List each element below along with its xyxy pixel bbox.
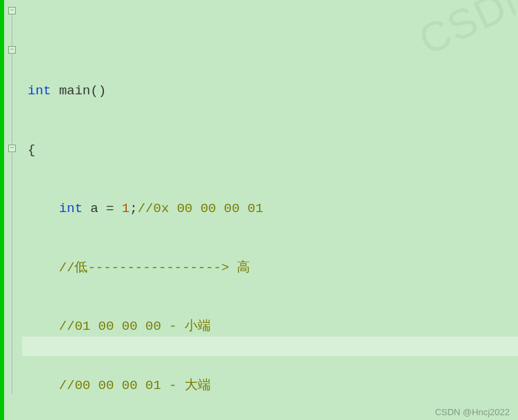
fold-guide bbox=[12, 153, 12, 394]
code-editor: − − − int main() { int a = 1;//0x 00 00 … bbox=[0, 0, 518, 420]
code-line: { bbox=[28, 140, 518, 160]
keyword-int: int bbox=[59, 201, 83, 216]
fold-toggle-main[interactable]: − bbox=[8, 7, 16, 14]
comment: //低-----------------> 高 bbox=[59, 260, 250, 275]
fold-gutter: − − − bbox=[4, 0, 22, 420]
comment: //0x 00 00 00 01 bbox=[138, 201, 263, 216]
fold-guide bbox=[12, 15, 12, 50]
semicolon: ; bbox=[130, 201, 137, 216]
comment: //01 00 00 00 - 小端 bbox=[59, 319, 211, 334]
indent bbox=[28, 378, 59, 393]
code-line: //00 00 00 01 - 大端 bbox=[28, 376, 518, 396]
parens: () bbox=[90, 83, 106, 98]
keyword-int: int bbox=[28, 83, 51, 98]
code-line: int main() bbox=[28, 81, 518, 101]
number-literal: 1 bbox=[122, 201, 130, 216]
code-line: //01 00 00 00 - 小端 bbox=[28, 317, 518, 337]
code-line: int a = 1;//0x 00 00 00 01 bbox=[28, 199, 518, 219]
fold-toggle-union[interactable]: − bbox=[8, 145, 16, 152]
current-line-highlight bbox=[22, 337, 518, 356]
fold-toggle-block[interactable]: − bbox=[8, 46, 16, 54]
indent bbox=[28, 319, 59, 334]
code-area[interactable]: int main() { int a = 1;//0x 00 00 00 01 … bbox=[22, 0, 518, 420]
assign: = bbox=[99, 201, 122, 216]
ident-a: a bbox=[90, 201, 98, 216]
code-line: //低-----------------> 高 bbox=[28, 258, 518, 278]
indent bbox=[28, 260, 59, 275]
fold-guide bbox=[12, 54, 12, 147]
comment: //00 00 00 01 - 大端 bbox=[59, 378, 211, 393]
func-main: main bbox=[59, 83, 91, 98]
open-brace: { bbox=[28, 143, 35, 158]
indent bbox=[28, 201, 59, 216]
